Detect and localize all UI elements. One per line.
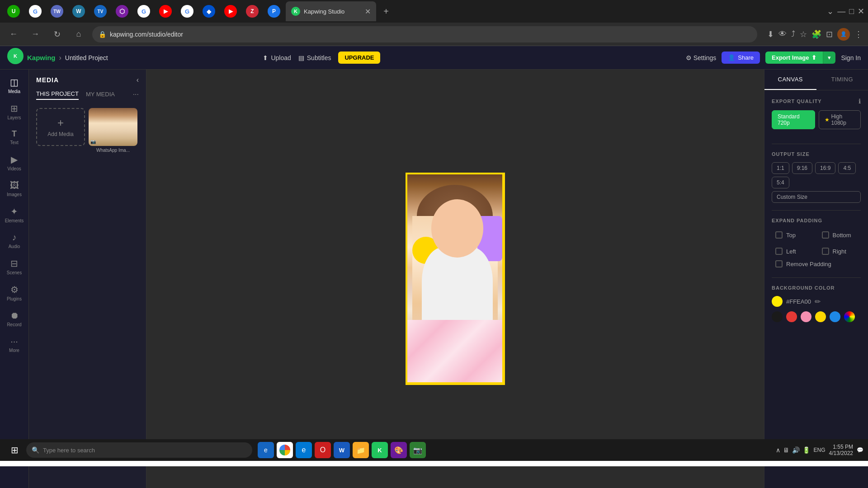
close-tab-button[interactable]: ✕ — [365, 7, 371, 16]
taskbar-search-bar[interactable]: 🔍 Type here to search — [26, 442, 252, 458]
split-view-icon[interactable]: ⊡ — [826, 29, 833, 39]
standard-quality-button[interactable]: Standard 720p — [772, 110, 815, 129]
media-more-button[interactable]: ··· — [133, 90, 139, 99]
kapwing-logo-icon[interactable]: K — [7, 48, 24, 64]
bottom-checkbox[interactable] — [822, 231, 829, 239]
extensions-icon[interactable]: 🧩 — [811, 29, 821, 39]
export-button[interactable]: Export Image ⬆ — [765, 52, 823, 64]
taskbar-volume-icon[interactable]: 🔊 — [792, 446, 800, 454]
tab-wordpress[interactable]: W — [69, 1, 89, 21]
expand-top-button[interactable]: Top — [772, 229, 815, 241]
taskbar-notification-icon[interactable]: 💬 — [857, 447, 863, 453]
taskbar-app-misc[interactable]: 📷 — [410, 442, 426, 458]
taskbar-app-kapwing[interactable]: K — [372, 442, 388, 458]
upgrade-button[interactable]: UPGRADE — [338, 52, 380, 64]
size-16-9-button[interactable]: 16:9 — [815, 162, 835, 174]
tab-timing[interactable]: TIMING — [816, 70, 868, 90]
tab-list-icon[interactable]: ⌄ — [827, 6, 834, 16]
sidebar-item-more[interactable]: ··· More — [2, 333, 27, 357]
color-preset-yellow[interactable] — [815, 311, 826, 322]
export-quality-info-icon[interactable]: ℹ — [859, 98, 861, 105]
canvas-area[interactable] — [146, 70, 764, 488]
media-thumbnail-0[interactable]: 📷 — [89, 108, 137, 146]
tab-pcloud[interactable]: P — [264, 1, 284, 21]
taskbar-chevron-icon[interactable]: ∧ — [776, 446, 780, 454]
sidebar-item-record[interactable]: ⏺ Record — [2, 307, 27, 331]
tab-taskade[interactable]: TW — [47, 1, 67, 21]
forward-button[interactable]: → — [27, 26, 43, 42]
right-checkbox[interactable] — [822, 248, 829, 255]
taskbar-app-edge[interactable]: e — [296, 442, 312, 458]
tab-youtube2[interactable]: ▶ — [221, 1, 241, 21]
tab-my-media[interactable]: MY MEDIA — [86, 89, 115, 99]
color-preset-blue[interactable] — [830, 311, 840, 322]
remove-padding-button[interactable]: Remove Padding — [772, 258, 861, 270]
sidebar-item-scenes[interactable]: ⊟ Scenes — [2, 254, 27, 279]
tab-this-project[interactable]: THIS PROJECT — [36, 89, 79, 100]
sidebar-item-text[interactable]: T Text — [2, 126, 27, 149]
project-name-label[interactable]: Untitled Project — [65, 54, 108, 61]
taskbar-app-ie[interactable]: e — [258, 442, 274, 458]
tab-canvas[interactable]: CANVAS — [764, 70, 816, 90]
size-1-1-button[interactable]: 1:1 — [772, 162, 789, 174]
back-button[interactable]: ← — [5, 26, 22, 42]
high-quality-button[interactable]: ★ High 1080p — [819, 110, 861, 129]
tab-upwork[interactable]: U — [4, 1, 24, 21]
size-9-16-button[interactable]: 9:16 — [792, 162, 812, 174]
tab-google1[interactable]: G — [25, 1, 45, 21]
sidebar-item-audio[interactable]: ♪ Audio — [2, 229, 27, 253]
taskbar-app-explorer[interactable]: 📁 — [353, 442, 369, 458]
taskbar-network-icon[interactable]: 🖥 — [783, 446, 789, 454]
share-button[interactable]: 👤 Share — [722, 52, 760, 64]
close-window-icon[interactable]: ✕ — [858, 6, 864, 16]
export-dropdown-button[interactable]: ▾ — [823, 52, 835, 64]
sidebar-item-media[interactable]: ◫ Media — [2, 73, 27, 98]
taskbar-battery-icon[interactable]: 🔋 — [802, 446, 810, 454]
active-tab[interactable]: K Kapwing Studio ✕ — [286, 1, 376, 21]
expand-bottom-button[interactable]: Bottom — [818, 229, 861, 241]
color-preset-gradient[interactable] — [844, 311, 855, 322]
eye-icon[interactable]: 👁 — [778, 29, 787, 39]
tab-tv[interactable]: TV — [90, 1, 110, 21]
taskbar-app-word[interactable]: W — [334, 442, 350, 458]
tab-google2[interactable]: G — [134, 1, 154, 21]
remove-padding-checkbox[interactable] — [775, 260, 783, 267]
profile-avatar[interactable]: 👤 — [837, 28, 850, 41]
subtitles-button[interactable]: ▤ Subtitles — [298, 54, 331, 61]
browser-menu-icon[interactable]: ⋮ — [854, 29, 863, 39]
color-preset-red[interactable] — [786, 311, 797, 322]
left-checkbox[interactable] — [775, 248, 783, 255]
favorites-icon[interactable]: ☆ — [800, 29, 807, 39]
expand-right-button[interactable]: Right — [818, 245, 861, 258]
color-preset-pink[interactable] — [801, 311, 811, 322]
taskbar-app-opera[interactable]: O — [315, 442, 331, 458]
taskbar-app-paint[interactable]: 🎨 — [391, 442, 407, 458]
tab-multi[interactable]: ⬡ — [112, 1, 132, 21]
bg-color-swatch[interactable] — [772, 296, 783, 307]
minimize-icon[interactable]: — — [837, 7, 845, 16]
size-4-5-button[interactable]: 4:5 — [838, 162, 856, 174]
expand-left-button[interactable]: Left — [772, 245, 815, 258]
maximize-icon[interactable]: □ — [849, 7, 854, 16]
sidebar-item-elements[interactable]: ✦ Elements — [2, 202, 27, 227]
top-checkbox[interactable] — [775, 231, 783, 239]
tab-zotero[interactable]: Z — [242, 1, 262, 21]
new-tab-button[interactable]: + — [378, 3, 394, 19]
collapse-media-panel-button[interactable]: ‹ — [137, 76, 139, 84]
custom-size-button[interactable]: Custom Size — [772, 191, 861, 203]
size-5-4-button[interactable]: 5:4 — [772, 177, 789, 188]
upload-button[interactable]: ⬆ Upload — [263, 54, 291, 61]
home-button[interactable]: ⌂ — [71, 26, 87, 42]
tab-youtube1[interactable]: ▶ — [156, 1, 175, 21]
tab-sourcetree[interactable]: ◆ — [199, 1, 219, 21]
share-icon[interactable]: ⤴ — [791, 29, 795, 39]
tab-google3[interactable]: G — [177, 1, 197, 21]
eyedropper-button[interactable]: ✏ — [815, 297, 821, 306]
sidebar-item-videos[interactable]: ▶ Videos — [2, 150, 27, 175]
sidebar-item-images[interactable]: 🖼 Images — [2, 177, 27, 201]
url-bar[interactable]: 🔒 kapwing.com/studio/editor — [92, 26, 757, 42]
sign-in-button[interactable]: Sign In — [841, 54, 861, 61]
sidebar-item-plugins[interactable]: ⚙ Plugins — [2, 281, 27, 305]
taskbar-app-chrome[interactable] — [277, 442, 293, 458]
start-button[interactable]: ⊞ — [5, 440, 24, 460]
